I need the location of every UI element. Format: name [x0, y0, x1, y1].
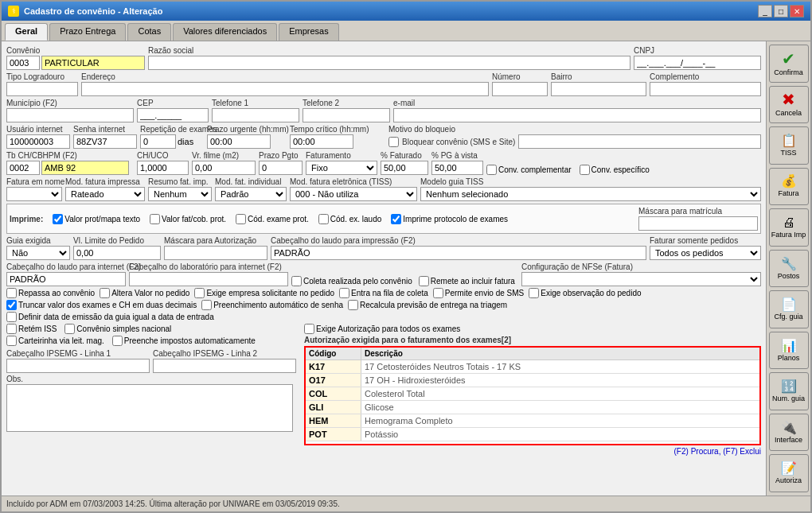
mascara-autorizacao-input[interactable]: [164, 246, 267, 260]
telefone1-input[interactable]: [212, 108, 299, 122]
fatura-button[interactable]: 💰 Fatura: [769, 168, 809, 206]
confirma-button[interactable]: ✔ Confirma: [769, 45, 809, 83]
complemento-input[interactable]: [650, 82, 761, 96]
vl-limite-input[interactable]: [73, 246, 161, 260]
tempo-critico-input[interactable]: [290, 134, 353, 149]
auth-row-hem[interactable]: HEM Hemograma Completo: [306, 414, 759, 428]
repeticao-input[interactable]: [140, 134, 176, 149]
entra-fila-check[interactable]: [339, 288, 349, 298]
preenchimento-check[interactable]: [201, 300, 212, 310]
prazo-urgente-input[interactable]: [207, 134, 271, 149]
permite-sms-check[interactable]: [433, 288, 443, 298]
email-input[interactable]: [393, 108, 761, 122]
num-guia-button[interactable]: 🔢 Num. guia: [769, 372, 809, 410]
definir-data-check[interactable]: [6, 312, 17, 322]
altera-valor-check[interactable]: [100, 288, 110, 298]
autoriza-button[interactable]: 📝 Autoriza: [769, 454, 809, 492]
tab-geral[interactable]: Geral: [5, 23, 48, 41]
config-nfse-select[interactable]: [521, 272, 761, 286]
tipo-logradouro-input[interactable]: [6, 82, 78, 96]
cancela-button[interactable]: ✖ Cancela: [769, 86, 809, 124]
cep-input[interactable]: [137, 108, 209, 122]
endereco-input[interactable]: [81, 82, 489, 96]
tab-cotas[interactable]: Cotas: [127, 23, 171, 41]
mod-fatura-eletronica-select[interactable]: 000 - Não utiliza: [290, 187, 417, 201]
cab-ipsemg1-input[interactable]: [6, 359, 150, 373]
cod-exame-check[interactable]: [236, 214, 246, 224]
auth-row-pot[interactable]: POT Potássio: [306, 428, 759, 441]
conv-complementar-check[interactable]: [486, 165, 497, 175]
cod-ex-laudo-check[interactable]: [318, 214, 329, 224]
mod-fat-individual-select[interactable]: Padrão: [215, 187, 287, 201]
maximize-button[interactable]: □: [774, 5, 788, 17]
coleta-realizada-check[interactable]: [291, 276, 302, 286]
cab-ipsemg2-input[interactable]: [153, 359, 296, 373]
obs-textarea[interactable]: [6, 384, 293, 432]
tb-ch-code[interactable]: [6, 161, 40, 175]
truncar-check[interactable]: [6, 300, 17, 310]
perc-faturado-input[interactable]: [381, 161, 428, 175]
motivo-bloqueio-input[interactable]: [518, 134, 761, 149]
repassa-check[interactable]: [6, 288, 17, 298]
tiss-button[interactable]: 📋 TISS: [769, 126, 809, 165]
numero-input[interactable]: [492, 82, 548, 96]
tab-valores[interactable]: Valores diferenciados: [173, 23, 277, 41]
usuario-input[interactable]: [6, 134, 70, 149]
exige-autorizacao-check[interactable]: [304, 324, 314, 334]
ch-uco-input[interactable]: [137, 161, 189, 175]
postos-button[interactable]: 🔧 Postos: [769, 250, 809, 288]
convenio-simples-check[interactable]: [64, 324, 75, 334]
exige-obs-check[interactable]: [529, 288, 539, 298]
recalcula-check[interactable]: [348, 300, 358, 310]
cfg-guia-button[interactable]: 📄 Cfg. guia: [769, 290, 809, 328]
municipio-input[interactable]: [6, 108, 134, 122]
interface-button[interactable]: 🔌 Interface: [769, 414, 809, 452]
conv-especifico-check[interactable]: [580, 165, 590, 175]
mascara-matricula-input[interactable]: [638, 216, 758, 231]
modelo-guia-tiss-select[interactable]: Nenhum selecionado: [420, 187, 761, 201]
bloquear-convenio-check[interactable]: [388, 137, 399, 147]
razao-social-input[interactable]: [148, 56, 630, 70]
exige-empresa-label: Exige empresa solicitante no pedido: [206, 289, 334, 297]
guia-exigida-select[interactable]: Não: [6, 246, 70, 260]
planos-button[interactable]: 📊 Planos: [769, 332, 809, 370]
exige-empresa-check[interactable]: [194, 288, 205, 298]
valor-fat-check[interactable]: [150, 214, 160, 224]
cab-lab-internet-input[interactable]: [129, 272, 288, 286]
carteirinha-check[interactable]: [6, 336, 17, 346]
remete-incluir-check[interactable]: [419, 276, 429, 286]
bairro-input[interactable]: [551, 82, 646, 96]
imprime-label: Imprime:: [10, 215, 43, 223]
cabecalho-laudo-input[interactable]: [271, 246, 646, 260]
telefone2-input[interactable]: [303, 108, 390, 122]
tab-prazo[interactable]: Prazo Entrega: [49, 23, 126, 41]
valor-prot-check[interactable]: [53, 214, 63, 224]
fatura-imp-button[interactable]: 🖨 Fatura Imp: [769, 208, 809, 247]
auth-grid-scroll[interactable]: K17 17 Cetosteróides Neutros Totais - 17…: [306, 360, 759, 444]
tb-ch-name[interactable]: [41, 161, 129, 175]
fatura-em-nome-select[interactable]: [6, 187, 62, 201]
auth-row-gli[interactable]: GLI Glicose: [306, 401, 759, 414]
resumo-fat-select[interactable]: Nenhum: [148, 187, 212, 201]
perc-pg-vista-input[interactable]: [431, 161, 483, 175]
preenche-impostos-check[interactable]: [112, 336, 123, 346]
cab-laudo-internet-input[interactable]: [6, 272, 126, 286]
minimize-button[interactable]: _: [758, 5, 772, 17]
imprime-protocolo-check[interactable]: [391, 214, 401, 224]
prazo-pgto-input[interactable]: [259, 161, 303, 175]
auth-row-col[interactable]: COL Colesterol Total: [306, 387, 759, 401]
auth-row-k17[interactable]: K17 17 Cetosteróides Neutros Totais - 17…: [306, 360, 759, 374]
retem-iss-check[interactable]: [6, 324, 17, 334]
faturamento-select[interactable]: Fixo: [306, 161, 377, 175]
close-button[interactable]: ✕: [790, 5, 804, 17]
mod-fatura-impressa-select[interactable]: Rateado: [65, 187, 145, 201]
tab-empresas[interactable]: Empresas: [279, 23, 339, 41]
vr-filme-input[interactable]: [192, 161, 256, 175]
auth-footer-link[interactable]: (F2) Procura, (F7) Exclui: [304, 447, 761, 456]
cnpj-input[interactable]: [634, 56, 761, 70]
senha-input[interactable]: [73, 134, 137, 149]
convenio-code[interactable]: [6, 56, 40, 70]
convenio-name[interactable]: [41, 56, 145, 70]
faturar-pedidos-select[interactable]: Todos os pedidos: [650, 246, 761, 260]
auth-row-o17[interactable]: O17 17 OH - Hidroxiesteróides: [306, 374, 759, 387]
